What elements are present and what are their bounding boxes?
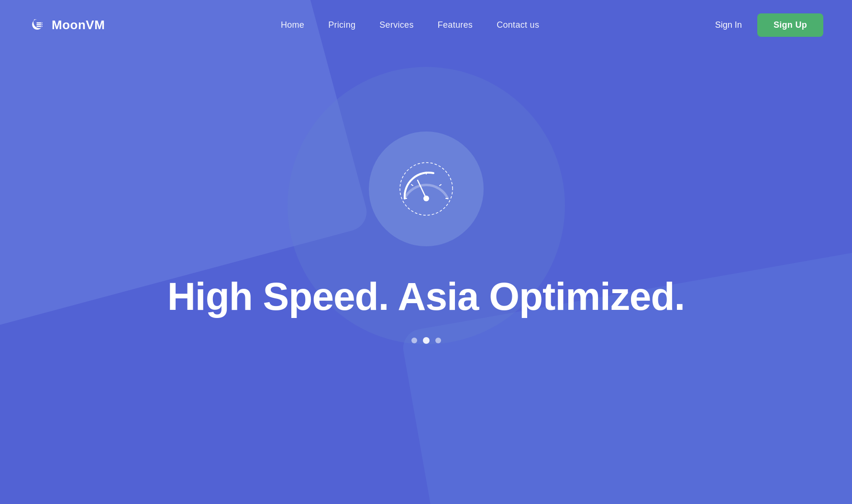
carousel-dot-2[interactable] xyxy=(423,337,430,344)
moon-icon xyxy=(29,17,46,34)
svg-line-8 xyxy=(418,180,426,198)
carousel-dots xyxy=(411,337,441,344)
svg-line-12 xyxy=(411,185,413,186)
hero-headline: High Speed. Asia Optimized. xyxy=(167,275,685,318)
brand-name: MoonVM xyxy=(52,18,105,33)
sign-up-button[interactable]: Sign Up xyxy=(757,13,823,37)
sign-in-button[interactable]: Sign In xyxy=(715,20,742,30)
nav-links: Home Pricing Services Features Contact u… xyxy=(281,20,539,30)
hero-content: High Speed. Asia Optimized. xyxy=(0,50,852,344)
speedometer-icon xyxy=(395,158,457,220)
nav-pricing[interactable]: Pricing xyxy=(328,20,355,30)
hero-section: MoonVM Home Pricing Services Features Co… xyxy=(0,0,852,504)
speedometer-wrapper xyxy=(369,131,484,246)
svg-point-6 xyxy=(400,163,453,215)
speedometer-bg xyxy=(369,131,484,246)
carousel-dot-3[interactable] xyxy=(435,338,441,343)
nav-features[interactable]: Features xyxy=(438,20,473,30)
nav-contact[interactable]: Contact us xyxy=(497,20,539,30)
navbar: MoonVM Home Pricing Services Features Co… xyxy=(0,0,852,50)
nav-services[interactable]: Services xyxy=(379,20,413,30)
logo[interactable]: MoonVM xyxy=(29,17,105,34)
carousel-dot-1[interactable] xyxy=(411,338,417,343)
svg-point-5 xyxy=(41,26,42,27)
nav-home[interactable]: Home xyxy=(281,20,304,30)
svg-point-3 xyxy=(41,22,42,23)
nav-actions: Sign In Sign Up xyxy=(715,13,823,37)
svg-point-4 xyxy=(41,24,42,25)
svg-line-13 xyxy=(440,185,441,186)
